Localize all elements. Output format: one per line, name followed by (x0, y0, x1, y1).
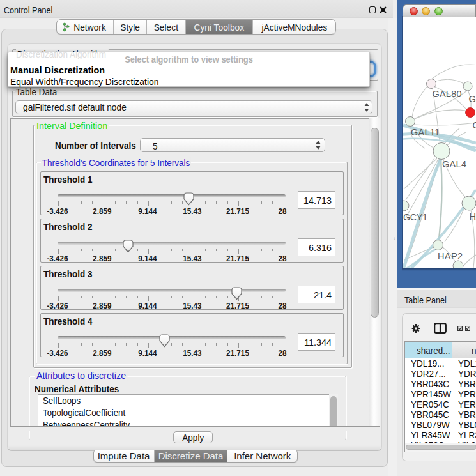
svg-text:CYB: CYB (473, 120, 476, 130)
svg-text:HAP2: HAP2 (438, 251, 463, 261)
svg-text:GAL4: GAL4 (442, 159, 466, 169)
svg-text:GAL80: GAL80 (433, 89, 462, 99)
svg-text:GAL11: GAL11 (411, 127, 440, 137)
svg-text:HAP1: HAP1 (470, 211, 476, 222)
svg-text:GCY1: GCY1 (403, 212, 427, 222)
svg-text:GAL2: GAL2 (469, 94, 476, 104)
